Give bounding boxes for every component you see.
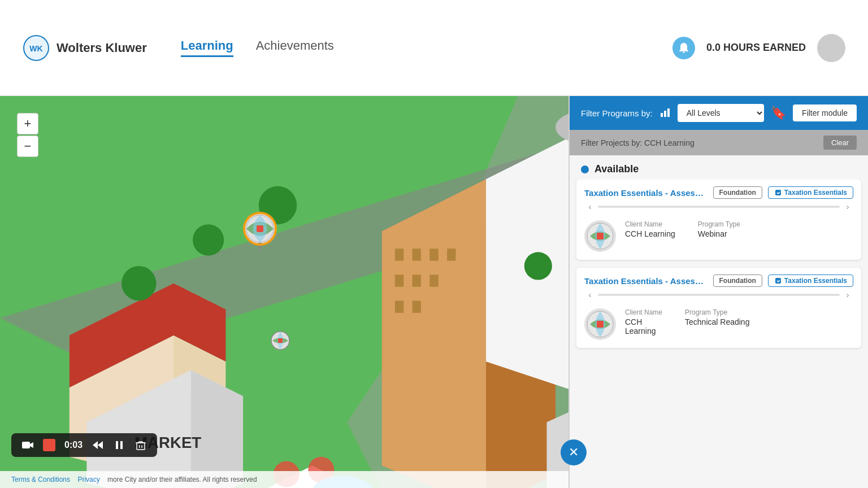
svg-rect-50 <box>257 225 263 232</box>
levels-filter-select[interactable]: All Levels <box>678 104 764 122</box>
stop-icon <box>43 439 55 451</box>
card-1-client-name-value: CCH Learning <box>625 229 675 238</box>
svg-rect-67 <box>775 190 781 195</box>
svg-rect-19 <box>413 249 421 261</box>
svg-rect-18 <box>395 249 403 261</box>
card-2-scroll-track <box>598 294 840 296</box>
svg-rect-20 <box>429 249 438 261</box>
card-1-program-type-value: Webinar <box>698 229 740 238</box>
svg-marker-16 <box>382 179 486 488</box>
card-1-scroll-right[interactable]: › <box>842 201 853 212</box>
camera-button[interactable] <box>21 439 34 451</box>
svg-rect-54 <box>278 338 283 343</box>
cards-container: Taxation Essentials - Assessab... Founda… <box>570 180 868 481</box>
available-dot <box>581 165 589 173</box>
card-2-header: Taxation Essentials - Assessab... Founda… <box>576 268 861 287</box>
copyright-text: more City and/or their affiliates. All r… <box>107 476 257 483</box>
main-nav: Learning Achievements <box>181 38 672 57</box>
nav-learning[interactable]: Learning <box>181 38 233 57</box>
card-1-tag2-label: Taxation Essentials <box>784 189 847 197</box>
card-1-program-type-label: Program Type <box>698 220 740 228</box>
card-2-title[interactable]: Taxation Essentials - Assessab... <box>584 276 708 286</box>
svg-rect-24 <box>429 274 438 287</box>
svg-marker-56 <box>30 442 33 448</box>
card-2-client-name-group: Client Name CCH Learning <box>625 308 662 336</box>
available-label: Available <box>594 163 639 175</box>
filter-projects-label: Filter Projects by: CCH Learning <box>581 138 695 147</box>
header: WK Wolters Kluwer Learning Achievements … <box>0 0 868 96</box>
card-1: Taxation Essentials - Assessab... Founda… <box>576 180 861 260</box>
logo-text: Wolters Kluwer <box>57 41 147 55</box>
pause-button[interactable] <box>113 439 125 451</box>
filter-projects-bar: Filter Projects by: CCH Learning Clear <box>570 130 868 155</box>
hours-value: 0.0 <box>706 42 721 53</box>
card-2-scroll-right[interactable]: › <box>842 289 853 300</box>
svg-rect-23 <box>413 274 421 287</box>
notification-icon[interactable] <box>672 37 695 59</box>
svg-text:WK: WK <box>29 44 42 53</box>
terms-link[interactable]: Terms & Conditions <box>11 476 70 483</box>
svg-rect-69 <box>597 233 604 239</box>
zoom-out-button[interactable]: − <box>17 136 38 157</box>
card-2-avatar <box>584 308 616 340</box>
card-2-scroll-left[interactable]: ‹ <box>584 289 596 300</box>
recording-timer: 0:03 <box>64 440 83 450</box>
card-1-avatar <box>584 220 616 252</box>
building-globe <box>270 330 290 351</box>
svg-rect-64 <box>661 113 663 117</box>
wk-logo-icon: WK <box>23 34 50 62</box>
card-1-info: Client Name CCH Learning Program Type We… <box>625 220 853 238</box>
user-avatar[interactable] <box>817 34 845 62</box>
svg-rect-66 <box>667 108 670 117</box>
card-2-tag-foundation[interactable]: Foundation <box>713 274 762 287</box>
svg-rect-61 <box>137 443 145 450</box>
stop-record-button[interactable] <box>43 439 55 451</box>
right-panel: Filter Programs by: All Levels 🔖 Filter … <box>568 96 868 488</box>
card-1-program-type-group: Program Type Webinar <box>698 220 740 238</box>
filter-programs-bar: Filter Programs by: All Levels 🔖 Filter … <box>570 96 868 130</box>
zoom-in-button[interactable]: + <box>17 113 38 134</box>
map-pin[interactable] <box>237 209 283 254</box>
card-2: Taxation Essentials - Assessab... Founda… <box>576 268 861 348</box>
card-2-body: Client Name CCH Learning Program Type Te… <box>576 303 861 340</box>
map-controls: + − <box>17 113 38 157</box>
card-1-tag-foundation[interactable]: Foundation <box>713 186 762 199</box>
svg-rect-65 <box>664 111 666 117</box>
clear-filter-button[interactable]: Clear <box>823 136 857 150</box>
svg-rect-59 <box>116 441 118 449</box>
card-1-scroll-left[interactable]: ‹ <box>584 201 596 212</box>
svg-rect-70 <box>775 278 781 284</box>
svg-rect-60 <box>120 441 123 449</box>
hours-label: HOURS EARNED <box>723 42 806 53</box>
svg-rect-22 <box>395 274 403 287</box>
card-1-tag-taxation[interactable]: Taxation Essentials <box>768 186 853 199</box>
bookmark-icon[interactable]: 🔖 <box>771 106 786 120</box>
card-2-client-name-label: Client Name <box>625 308 662 316</box>
nav-achievements[interactable]: Achievements <box>256 38 334 57</box>
card-2-program-type-value: Technical Reading <box>685 317 749 326</box>
svg-point-37 <box>121 266 156 300</box>
main-content: MARKET <box>0 96 868 488</box>
svg-rect-55 <box>22 442 30 448</box>
card-2-tag2-label: Taxation Essentials <box>784 277 847 285</box>
card-1-client-name-label: Client Name <box>625 220 675 228</box>
filter-programs-label: Filter Programs by: <box>581 108 653 118</box>
card-2-program-type-label: Program Type <box>685 308 749 316</box>
trash-button[interactable] <box>134 439 147 451</box>
card-1-body: Client Name CCH Learning Program Type We… <box>576 215 861 252</box>
rewind-button[interactable] <box>92 439 104 451</box>
header-right: 0.0 HOURS EARNED <box>672 34 845 62</box>
card-1-scroll-track <box>598 206 840 208</box>
close-panel-button[interactable]: ✕ <box>561 439 587 465</box>
privacy-link[interactable]: Privacy <box>77 476 99 483</box>
card-1-header: Taxation Essentials - Assessab... Founda… <box>576 180 861 199</box>
card-2-scroll-nav: ‹ › <box>576 287 861 303</box>
card-1-title[interactable]: Taxation Essentials - Assessab... <box>584 188 708 198</box>
card-2-client-name-value: CCH Learning <box>625 317 662 336</box>
filter-module-button[interactable]: Filter module <box>793 104 857 121</box>
hours-earned: 0.0 HOURS EARNED <box>706 42 806 54</box>
svg-marker-58 <box>98 441 103 449</box>
svg-rect-72 <box>597 321 604 328</box>
card-1-scroll-nav: ‹ › <box>576 199 861 215</box>
card-2-tag-taxation[interactable]: Taxation Essentials <box>768 274 853 287</box>
